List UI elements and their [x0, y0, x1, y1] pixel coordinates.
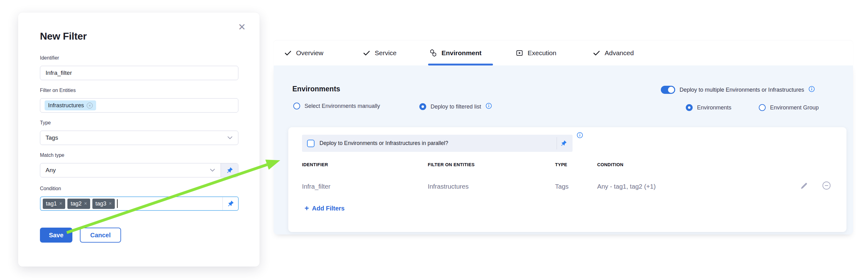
info-icon[interactable] — [486, 103, 492, 111]
cancel-button[interactable]: Cancel — [80, 228, 121, 243]
tab-advanced[interactable]: Advanced — [592, 40, 634, 66]
type-value: Tags — [40, 134, 58, 141]
divider — [557, 137, 557, 149]
entity-chip: Infrastructures × — [44, 100, 96, 110]
check-icon — [284, 49, 292, 57]
match-type-value: Any — [40, 167, 56, 174]
radio-select-environments-manually[interactable]: Select Environments manually — [293, 103, 380, 109]
tab-label: Execution — [528, 49, 556, 57]
environment-hexagons-icon — [429, 49, 437, 57]
chip-remove-icon[interactable]: × — [84, 201, 87, 206]
radio-label: Deploy to filtered list — [431, 104, 481, 110]
tab-execution[interactable]: Execution — [516, 40, 556, 66]
col-header-identifier: IDENTIFIER — [302, 162, 328, 167]
parallel-deploy-bar: Deploy to Environments or Infrastructure… — [302, 135, 572, 152]
pin-icon[interactable] — [558, 135, 569, 152]
radio-label: Select Environments manually — [305, 103, 380, 109]
cell-type: Tags — [555, 183, 568, 190]
identifier-label: Identifier — [40, 55, 59, 61]
text-cursor — [117, 199, 118, 208]
execution-play-box-icon — [516, 49, 524, 57]
cell-condition: Any - tag1, tag2 (+1) — [597, 183, 655, 190]
radio-label: Environment Group — [770, 104, 819, 111]
tag-chip: tag1 × — [43, 199, 65, 209]
toggle-label: Deploy to multiple Environments or Infra… — [680, 87, 804, 93]
match-type-label: Match type — [40, 152, 64, 158]
edit-pencil-icon[interactable] — [799, 181, 809, 190]
check-icon — [592, 49, 600, 57]
tab-service[interactable]: Service — [363, 40, 397, 66]
type-select[interactable]: Tags — [40, 131, 238, 145]
tab-label: Advanced — [604, 49, 634, 57]
tag-chip-label: tag1 — [46, 201, 57, 207]
radio-icon-selected[interactable] — [419, 103, 426, 110]
tab-label: Environment — [441, 49, 482, 57]
save-button[interactable]: Save — [40, 228, 72, 243]
filter-on-entities-input[interactable]: Infrastructures × — [40, 98, 238, 112]
pin-icon[interactable] — [221, 163, 238, 177]
filter-on-entities-label: Filter on Entities — [40, 88, 76, 93]
tab-label: Service — [375, 49, 397, 57]
remove-minus-circle-icon[interactable] — [822, 181, 831, 190]
identifier-input[interactable]: Infra_filter — [40, 66, 238, 80]
condition-input[interactable]: tag1 × tag2 × tag3 × — [40, 197, 239, 211]
chip-remove-icon[interactable]: × — [59, 201, 62, 206]
parallel-checkbox[interactable] — [307, 140, 314, 147]
tag-chip: tag3 × — [92, 199, 115, 209]
tab-environment[interactable]: Environment — [429, 40, 482, 66]
type-label: Type — [40, 120, 51, 126]
pin-icon[interactable] — [222, 197, 238, 210]
tag-chip: tag2 × — [67, 199, 90, 209]
check-icon — [363, 49, 371, 57]
parallel-checkbox-label: Deploy to Environments or Infrastructure… — [319, 140, 448, 146]
pipeline-stage-tabbar: Overview Service Environment Execution A… — [274, 40, 853, 66]
match-type-select[interactable]: Any — [40, 163, 238, 177]
tab-label: Overview — [296, 49, 323, 57]
add-filters-label: Add Filters — [312, 205, 344, 212]
tab-overview[interactable]: Overview — [284, 40, 323, 66]
radio-deploy-to-filtered-list[interactable]: Deploy to filtered list — [419, 103, 492, 111]
radio-label: Environments — [697, 104, 731, 111]
radio-icon-selected[interactable] — [686, 104, 693, 111]
radio-icon[interactable] — [759, 104, 766, 111]
filters-card: Deploy to Environments or Infrastructure… — [288, 127, 846, 232]
modal-title: New Filter — [40, 31, 87, 42]
toggle-on[interactable] — [661, 86, 675, 94]
cell-identifier: Infra_filter — [302, 183, 331, 190]
close-icon[interactable]: ✕ — [238, 23, 246, 32]
chip-remove-icon[interactable]: × — [109, 201, 112, 206]
col-header-filter-on-entities: FILTER ON ENTITIES — [428, 162, 474, 167]
entity-chip-label: Infrastructures — [48, 102, 84, 109]
col-header-type: TYPE — [555, 162, 567, 167]
radio-environments[interactable]: Environments — [686, 104, 731, 111]
cell-filter-on-entities: Infrastructures — [428, 183, 469, 190]
multi-env-toggle-row: Deploy to multiple Environments or Infra… — [661, 86, 815, 94]
info-icon[interactable] — [577, 132, 583, 140]
chevron-down-icon — [227, 135, 232, 141]
condition-label: Condition — [40, 186, 61, 191]
col-header-condition: CONDITION — [597, 162, 623, 167]
plus-icon: + — [305, 205, 309, 212]
identifier-value: Infra_filter — [40, 70, 72, 76]
environments-heading: Environments — [292, 85, 340, 93]
new-filter-modal: New Filter ✕ Identifier Infra_filter Fil… — [18, 12, 259, 267]
info-icon[interactable] — [808, 86, 815, 94]
tag-chip-label: tag3 — [95, 201, 106, 207]
tag-chip-label: tag2 — [70, 201, 82, 207]
chevron-down-icon — [210, 168, 215, 173]
radio-icon[interactable] — [293, 103, 300, 109]
toggle-knob — [668, 87, 674, 93]
chip-remove-icon[interactable]: × — [87, 103, 93, 108]
radio-environment-group[interactable]: Environment Group — [759, 104, 819, 111]
add-filters-button[interactable]: + Add Filters — [305, 205, 344, 212]
